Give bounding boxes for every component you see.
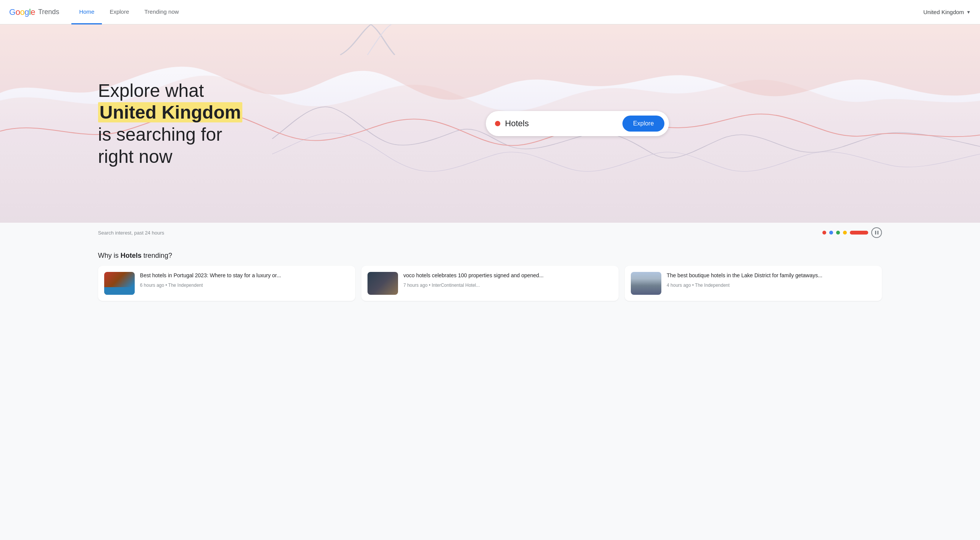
trending-section: Why is Hotels trending? Best hotels in P… [0, 243, 980, 310]
card-content-1: Best hotels in Portugal 2023: Where to s… [140, 272, 281, 288]
hero-headline-3: right now [98, 146, 172, 167]
search-dot-icon [495, 121, 500, 126]
main-nav: Home Explore Trending now [71, 0, 923, 24]
letter-o1: o [16, 7, 20, 17]
pause-bar-right [877, 231, 878, 235]
pause-bar-left [875, 231, 876, 235]
carousel-controls [822, 227, 882, 238]
pause-icon [875, 231, 878, 235]
letter-g: G [9, 7, 16, 17]
card-thumb-2 [368, 272, 398, 295]
region-selector[interactable]: United Kingdom ▼ [923, 9, 971, 15]
news-card-3[interactable]: The best boutique hotels in the Lake Dis… [625, 266, 882, 301]
region-label: United Kingdom [923, 9, 964, 15]
nav-item-trending[interactable]: Trending now [137, 0, 186, 24]
search-area: Explore [273, 111, 882, 136]
carousel-pause-button[interactable] [871, 227, 882, 238]
carousel-progress-bar [850, 231, 868, 235]
nav-item-home[interactable]: Home [71, 0, 102, 24]
news-cards-row: Best hotels in Portugal 2023: Where to s… [98, 266, 882, 301]
card-title-2: voco hotels celebrates 100 properties si… [403, 272, 543, 280]
card-thumb-1 [104, 272, 135, 295]
carousel-dot-1[interactable] [822, 231, 826, 235]
carousel-dot-3[interactable] [836, 231, 840, 235]
hero-content: Explore what United Kingdom is searching… [0, 24, 980, 223]
hero-text-block: Explore what United Kingdom is searching… [98, 80, 243, 167]
explore-button[interactable]: Explore [622, 116, 664, 132]
card-meta-2: 7 hours ago • InterContinental Hotel... [403, 283, 543, 288]
letter-o2: o [20, 7, 24, 17]
hero-headline-highlight: United Kingdom [98, 102, 243, 122]
logo-trends-text: Trends [38, 8, 59, 16]
trending-label: Why is [98, 252, 119, 259]
hero-title: Explore what United Kingdom is searching… [98, 80, 243, 167]
trending-label-end: trending? [143, 252, 172, 259]
card-title-1: Best hotels in Portugal 2023: Where to s… [140, 272, 281, 280]
news-card-1[interactable]: Best hotels in Portugal 2023: Where to s… [98, 266, 355, 301]
news-card-2[interactable]: voco hotels celebrates 100 properties si… [361, 266, 619, 301]
card-content-3: The best boutique hotels in the Lake Dis… [667, 272, 822, 288]
carousel-dot-4[interactable] [843, 231, 847, 235]
card-thumb-3 [631, 272, 661, 295]
trending-title: Why is Hotels trending? [98, 252, 882, 260]
header: Google Trends Home Explore Trending now … [0, 0, 980, 24]
card-content-2: voco hotels celebrates 100 properties si… [403, 272, 543, 288]
hero-headline-2: is searching for [98, 124, 222, 145]
logo-google-text: Google [9, 7, 35, 17]
search-box: Explore [486, 111, 669, 136]
logo[interactable]: Google Trends [9, 7, 59, 17]
hero-section: Explore what United Kingdom is searching… [0, 24, 980, 223]
letter-e: e [31, 7, 35, 17]
card-title-3: The best boutique hotels in the Lake Dis… [667, 272, 822, 280]
chevron-down-icon: ▼ [966, 10, 971, 15]
carousel-dot-2[interactable] [829, 231, 833, 235]
subtitle-bar: Search interest, past 24 hours [0, 223, 980, 243]
trending-keyword: Hotels [121, 252, 142, 259]
search-input[interactable] [505, 119, 618, 129]
subtitle-text: Search interest, past 24 hours [98, 230, 164, 236]
card-meta-1: 6 hours ago • The Independent [140, 283, 281, 288]
nav-item-explore[interactable]: Explore [102, 0, 137, 24]
hero-headline-1: Explore what [98, 80, 204, 101]
card-meta-3: 4 hours ago • The Independent [667, 283, 822, 288]
letter-g2: g [24, 7, 29, 17]
